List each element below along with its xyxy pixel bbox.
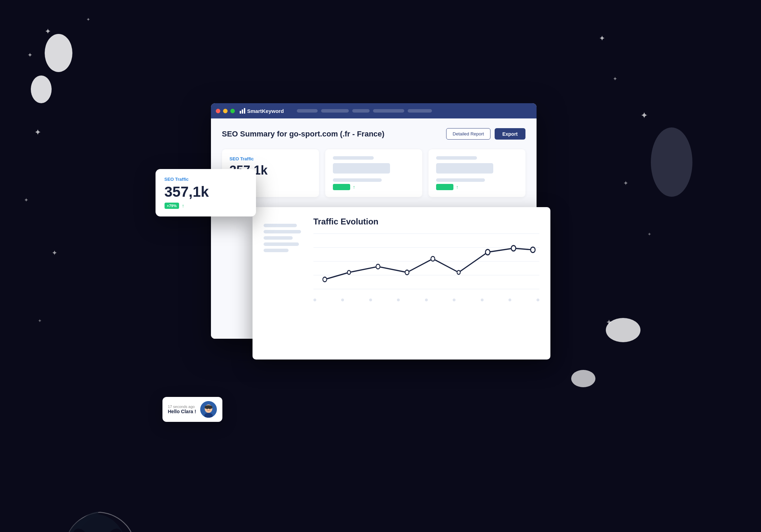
svg-point-11 <box>209 408 211 409</box>
stat-card-3-arrow: ↑ <box>456 184 459 190</box>
chart-panel-content: Traffic Evolution <box>253 207 550 311</box>
chart-main: Traffic Evolution <box>313 217 539 301</box>
stat-card-2-arrow: ↑ <box>353 184 355 190</box>
chart-point-7 <box>485 249 490 255</box>
chart-point-9 <box>530 247 535 252</box>
sparkle-4: ✦ <box>34 127 41 137</box>
sparkle-13: ✦ <box>606 318 612 327</box>
svg-point-1 <box>103 526 125 532</box>
skeleton-value-3 <box>436 163 493 174</box>
chart-left-skeleton <box>264 224 305 301</box>
svg-rect-9 <box>205 406 212 409</box>
floating-card-label: SEO Traffic <box>165 177 247 182</box>
stat-card-2: ↑ <box>325 149 422 197</box>
avatar-illustration <box>200 401 217 418</box>
floating-card-arrow: ↑ <box>182 203 184 209</box>
skeleton-value-2 <box>333 163 390 174</box>
chart-point-8 <box>511 246 515 251</box>
sparkle-2: ✦ <box>86 17 90 22</box>
chart-title: Traffic Evolution <box>313 217 539 227</box>
skeleton-label-3 <box>436 156 477 160</box>
white-blob-5 <box>651 127 692 197</box>
floating-card-badge: +79% <box>165 203 179 209</box>
nav-pills <box>297 109 432 113</box>
nav-pill-2[interactable] <box>321 109 349 113</box>
main-scene: ✦ ✦ ✦ ✦ ✦ ✦ ✦ ✦ ✦ ✦ ✦ ✦ ✦ <box>156 76 606 456</box>
skeleton-line-3 <box>436 178 485 182</box>
chart-point-3 <box>376 264 380 269</box>
sparkle-11: ✦ <box>623 179 628 187</box>
stat-card-2-footer: ↑ <box>333 184 415 190</box>
stat-card-3: ↑ <box>428 149 525 197</box>
app-name: SmartKeyword <box>247 108 284 114</box>
notification-text: 17 seconds ago Hello Clara ! <box>168 405 196 414</box>
chart-x-labels <box>313 299 539 301</box>
notification-bubble: 17 seconds ago Hello Clara ! <box>162 397 223 422</box>
logo-icon <box>240 108 245 114</box>
white-blob-1 <box>45 34 72 72</box>
sparkle-9: ✦ <box>613 76 617 82</box>
floating-card-value: 357,1k <box>165 185 247 199</box>
traffic-light-red[interactable] <box>216 109 220 113</box>
chart-layout: Traffic Evolution <box>264 217 539 301</box>
nav-pill-5[interactable] <box>408 109 432 113</box>
sparkle-3: ✦ <box>27 51 33 59</box>
sparkle-10: ✦ <box>640 110 648 121</box>
stat-card-3-footer: ↑ <box>436 184 518 190</box>
browser-titlebar: SmartKeyword <box>211 103 537 118</box>
traffic-light-yellow[interactable] <box>223 109 228 113</box>
export-button[interactable]: Export <box>495 128 525 140</box>
avatar <box>200 401 217 418</box>
stat-card-3-badge <box>436 184 453 190</box>
stat-card-2-badge <box>333 184 350 190</box>
floating-card-footer: +79% ↑ <box>165 203 247 209</box>
white-blob-2 <box>31 76 52 103</box>
sparkle-6: ✦ <box>52 249 57 257</box>
skeleton-line-2 <box>333 178 382 182</box>
page-header: SEO Summary for go-sport.com (.fr - Fran… <box>222 128 525 140</box>
chart-point-2 <box>347 271 350 274</box>
app-logo: SmartKeyword <box>240 108 284 114</box>
chart-point-5 <box>431 256 435 261</box>
page-title: SEO Summary for go-sport.com (.fr - Fran… <box>222 130 384 139</box>
white-blob-4 <box>571 370 595 387</box>
traffic-chart-svg <box>313 233 539 296</box>
header-buttons: Detailed Report Export <box>446 128 525 140</box>
sparkle-12: ✦ <box>647 231 652 237</box>
nav-pill-4[interactable] <box>373 109 404 113</box>
sparkle-1: ✦ <box>45 27 51 36</box>
chart-area <box>313 233 539 296</box>
white-blob-3 <box>606 318 640 342</box>
chart-point-6 <box>457 271 460 274</box>
traffic-light-green[interactable] <box>230 109 235 113</box>
nav-pill-1[interactable] <box>297 109 318 113</box>
seo-traffic-label: SEO Traffic <box>230 156 311 161</box>
sparkle-5: ✦ <box>24 197 28 203</box>
sparkle-8: ✦ <box>599 34 605 43</box>
chart-point-4 <box>405 270 409 275</box>
notification-message: Hello Clara ! <box>168 409 196 414</box>
chart-point-1 <box>323 277 327 282</box>
svg-point-0 <box>70 526 92 532</box>
svg-point-10 <box>206 408 208 409</box>
sparkle-7: ✦ <box>38 318 42 323</box>
floating-seo-card: SEO Traffic 357,1k +79% ↑ <box>156 169 256 216</box>
plant-decoration <box>62 511 138 532</box>
chart-panel: Traffic Evolution <box>253 207 550 360</box>
stat-cards-row: SEO Traffic 357,1k +79% ↑ ↑ <box>222 149 525 197</box>
notification-timestamp: 17 seconds ago <box>168 405 196 409</box>
detailed-report-button[interactable]: Detailed Report <box>446 128 490 140</box>
skeleton-label-2 <box>333 156 374 160</box>
nav-pill-3[interactable] <box>352 109 370 113</box>
